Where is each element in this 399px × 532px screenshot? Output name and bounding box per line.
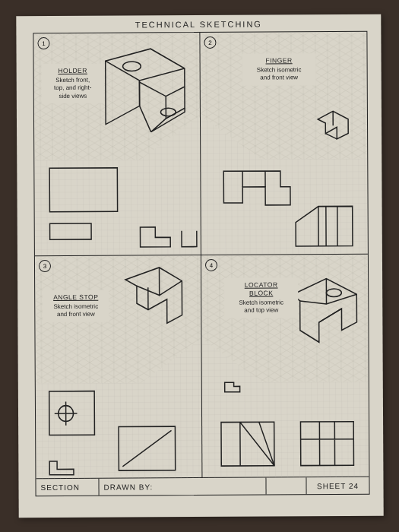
panel-number: 3: [38, 260, 50, 272]
panel-1: 1 HOLDER Sketch front, top, and right- s…: [33, 33, 201, 256]
panel-grid: 1 HOLDER Sketch front, top, and right- s…: [33, 32, 369, 479]
panel-instruction: Sketch isometric and top view: [239, 299, 283, 315]
panel-label: FINGER Sketch isometric and front view: [242, 53, 315, 85]
panel-instruction: Sketch isometric and front view: [256, 66, 301, 81]
footer-drawn-by: DRAWN BY:: [99, 478, 266, 496]
panel-instruction: Sketch isometric and front view: [53, 303, 98, 318]
panel-title: LOCATOR BLOCK: [229, 280, 293, 298]
worksheet-page: TECHNICAL SKETCHING: [16, 14, 383, 518]
footer-section: SECTION: [36, 479, 99, 496]
svg-rect-16: [220, 422, 274, 466]
svg-point-3: [160, 108, 176, 116]
footer-sheet: SHEET 24: [306, 477, 369, 494]
panel-title: HOLDER: [46, 67, 99, 75]
svg-point-2: [122, 62, 141, 71]
main-frame: 1 HOLDER Sketch front, top, and right- s…: [33, 31, 369, 496]
panel-instruction: Sketch front, top, and right- side views: [54, 77, 91, 100]
panel-4: 4 LOCATOR BLOCK Sketch isometric and top…: [201, 255, 369, 478]
footer-blank: [266, 477, 306, 494]
panel-label: ANGLE STOP Sketch isometric and front vi…: [43, 290, 109, 322]
panel-number: 1: [37, 37, 49, 49]
panel-title: FINGER: [246, 56, 311, 65]
title-block: SECTION DRAWN BY: SHEET 24: [36, 477, 369, 496]
panel-title: ANGLE STOP: [47, 293, 104, 302]
page-header: TECHNICAL SKETCHING: [16, 14, 381, 32]
svg-rect-17: [300, 422, 353, 466]
anglestop-sketches: [34, 255, 201, 479]
panel-number: 2: [204, 36, 216, 49]
panel-label: HOLDER Sketch front, top, and right- sid…: [41, 64, 103, 104]
panel-2: 2 FINGER Sketch isometric and front view: [200, 32, 368, 255]
svg-point-15: [326, 289, 341, 297]
svg-rect-4: [49, 168, 117, 212]
svg-rect-5: [49, 223, 91, 239]
panel-number: 4: [204, 259, 217, 271]
panel-3: 3 ANGLE STOP Sketch isometric and front …: [34, 255, 202, 479]
panel-label: LOCATOR BLOCK Sketch isometric and top v…: [224, 277, 298, 318]
